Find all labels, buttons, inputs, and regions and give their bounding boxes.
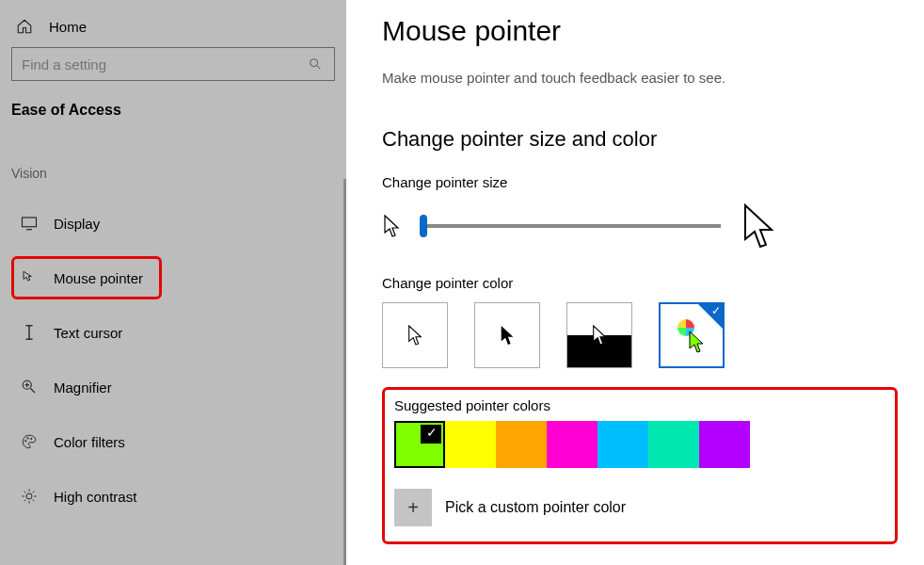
sidebar-item-label: Color filters (54, 434, 125, 450)
sidebar-item-text-cursor[interactable]: Text cursor (11, 311, 162, 354)
suggested-swatches: ✓ (394, 421, 885, 468)
swatch-lime[interactable]: ✓ (394, 421, 445, 468)
pointer-color-white[interactable] (382, 302, 448, 368)
sidebar-item-label: Display (54, 216, 100, 232)
monitor-icon (20, 214, 39, 233)
suggested-colors-block: Suggested pointer colors ✓ + Pick a cust… (382, 387, 898, 544)
pick-custom-color[interactable]: + Pick a custom pointer color (394, 489, 885, 526)
svg-point-12 (27, 438, 29, 440)
check-icon (698, 304, 723, 329)
cursor-hand-icon (20, 268, 39, 287)
swatch-yellow[interactable] (445, 421, 496, 468)
pointer-size-slider[interactable] (420, 224, 721, 228)
swatch-skyblue[interactable] (597, 421, 648, 468)
svg-point-13 (31, 438, 33, 440)
main-content: Mouse pointer Make mouse pointer and tou… (346, 0, 924, 565)
sidebar-item-label: Text cursor (54, 325, 122, 341)
swatch-teal[interactable] (648, 421, 699, 468)
magnifier-icon (20, 378, 39, 396)
sidebar-item-high-contrast[interactable]: High contrast (11, 475, 162, 518)
sidebar-item-magnifier[interactable]: Magnifier (11, 365, 162, 409)
pointer-color-custom[interactable] (659, 302, 725, 368)
search-input[interactable] (22, 56, 306, 73)
plus-icon: + (394, 489, 432, 526)
text-cursor-icon (20, 323, 39, 342)
swatch-orange[interactable] (496, 421, 547, 468)
swatch-magenta[interactable] (547, 421, 597, 468)
section-heading: Change pointer size and color (382, 127, 898, 152)
svg-line-1 (317, 66, 321, 70)
pointer-color-black[interactable] (474, 302, 540, 368)
pointer-color-label: Change pointer color (382, 275, 898, 291)
pointer-color-options (382, 302, 898, 368)
pointer-size-thumb[interactable] (420, 215, 427, 237)
cursor-large-icon (740, 202, 777, 250)
svg-rect-2 (23, 218, 37, 227)
search-box[interactable] (11, 47, 335, 81)
svg-line-21 (24, 500, 26, 502)
sidebar-item-mouse-pointer[interactable]: Mouse pointer (11, 256, 162, 299)
svg-point-11 (25, 441, 27, 443)
svg-line-20 (33, 500, 35, 502)
home-label: Home (49, 19, 87, 35)
svg-point-14 (26, 493, 32, 499)
svg-line-19 (24, 492, 26, 493)
pointer-size-slider-row (382, 202, 898, 250)
pointer-size-label: Change pointer size (382, 174, 898, 190)
search-icon (306, 55, 325, 73)
pointer-color-inverted[interactable] (566, 302, 632, 368)
pick-custom-color-label: Pick a custom pointer color (445, 499, 626, 516)
svg-line-22 (33, 492, 35, 493)
swatch-purple[interactable] (699, 421, 750, 468)
sidebar-item-label: Mouse pointer (54, 270, 143, 286)
group-label: Vision (11, 166, 335, 181)
page-title: Mouse pointer (382, 15, 898, 47)
cursor-small-icon (382, 214, 401, 238)
sidebar-item-label: High contrast (54, 489, 136, 505)
home-nav[interactable]: Home (11, 9, 335, 47)
page-subtext: Make mouse pointer and touch feedback ea… (382, 70, 898, 86)
svg-line-8 (31, 389, 36, 394)
svg-point-0 (311, 59, 318, 67)
home-icon (15, 17, 34, 36)
sidebar-item-color-filters[interactable]: Color filters (11, 420, 162, 463)
sidebar-item-label: Magnifier (54, 379, 112, 396)
sidebar-item-display[interactable]: Display (11, 202, 162, 245)
palette-icon (20, 432, 39, 451)
category-label: Ease of Access (11, 102, 335, 119)
sidebar-scrollbar[interactable] (343, 179, 346, 565)
suggested-colors-label: Suggested pointer colors (394, 397, 885, 413)
brightness-icon (20, 487, 39, 506)
settings-sidebar: Home Ease of Access Vision Display Mouse… (0, 0, 346, 565)
